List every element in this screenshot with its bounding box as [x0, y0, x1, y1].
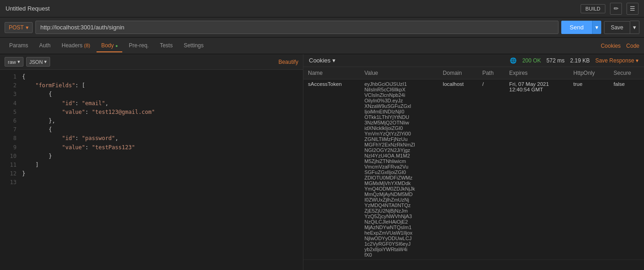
code-line: 12} — [0, 169, 303, 178]
status-area: 🌐 200 OK 572 ms 2.19 KB Save Response ▾ — [510, 57, 638, 64]
raw-format-select[interactable]: raw ▾ — [5, 57, 23, 67]
comment-icon: ☰ — [630, 5, 635, 12]
code-line: 1{ — [0, 73, 303, 81]
tab-headers[interactable]: Headers (8) — [57, 39, 95, 52]
code-line: 9 "value": "testPass123" — [0, 143, 303, 152]
save-button[interactable]: Save — [604, 21, 630, 34]
code-line: 6 }, — [0, 117, 303, 125]
cookies-dropdown-icon: ▾ — [332, 57, 336, 64]
json-label: JSON — [29, 59, 43, 65]
cookie-name-cell: sAccessToken — [303, 79, 360, 260]
send-chevron-icon: ▾ — [595, 24, 598, 31]
status-size: 2.19 KB — [570, 57, 590, 64]
code-line: 3 { — [0, 90, 303, 99]
editor-panel: raw ▾ JSON ▾ Beautify 1{ 2 "formFields":… — [0, 54, 303, 270]
cookies-data-table: Name Value Domain Path Expires HttpOnly … — [303, 67, 644, 260]
col-value-header: Value — [360, 67, 439, 79]
tab-settings[interactable]: Settings — [179, 39, 208, 52]
col-path-header: Path — [478, 67, 505, 79]
col-secure-header: Secure — [609, 67, 644, 79]
save-btn-group: Save ▾ — [604, 21, 639, 34]
cookie-domain-cell: localhost — [438, 79, 478, 260]
headers-badge: (8) — [84, 43, 90, 48]
method-label: POST — [9, 24, 24, 31]
cookie-secure-cell: false — [609, 79, 644, 260]
method-select[interactable]: POST ▾ — [5, 22, 33, 33]
save-chevron-icon: ▾ — [633, 24, 636, 31]
raw-chevron-icon: ▾ — [17, 59, 20, 65]
method-chevron-icon: ▾ — [26, 24, 28, 31]
title-bar: Untitled Request BUILD ✏ ☰ — [0, 0, 644, 17]
save-response-chevron-icon: ▾ — [636, 57, 638, 64]
tab-prereq[interactable]: Pre-req. — [124, 39, 153, 52]
tab-right-links: Cookies Code — [601, 43, 639, 49]
status-code: 200 OK — [522, 57, 541, 64]
code-link[interactable]: Code — [626, 43, 639, 49]
cookie-expires-cell: Fri, 07 May 202112:40:54 GMT — [505, 79, 569, 260]
cookie-value-cell: eyJhbGciOiJSUzI1NiIsInR5cCI6IlkpXVCIsInZ… — [360, 79, 439, 260]
edit-icon: ✏ — [614, 5, 619, 12]
send-button[interactable]: Send — [561, 21, 592, 34]
globe-icon: 🌐 — [510, 57, 517, 64]
build-button[interactable]: BUILD — [581, 4, 605, 13]
code-line: 4 "id": "email", — [0, 99, 303, 108]
json-format-select[interactable]: JSON ▾ — [26, 57, 50, 67]
col-name-header: Name — [303, 67, 360, 79]
cookies-table: Name Value Domain Path Expires HttpOnly … — [303, 67, 644, 270]
save-dropdown-button[interactable]: ▾ — [630, 21, 639, 34]
cookies-panel: Cookies ▾ 🌐 200 OK 572 ms 2.19 KB Save R… — [303, 54, 644, 270]
send-btn-group: Send ▾ — [561, 21, 601, 34]
request-title: Untitled Request — [6, 5, 50, 12]
title-bar-right: BUILD ✏ ☰ — [581, 3, 638, 15]
code-line: 7 { — [0, 125, 303, 134]
col-httponly-header: HttpOnly — [569, 67, 609, 79]
status-time: 572 ms — [547, 57, 564, 64]
cookies-title: Cookies ▾ — [309, 57, 336, 64]
json-chevron-icon: ▾ — [44, 59, 47, 65]
url-input[interactable] — [35, 21, 559, 34]
tab-params[interactable]: Params — [5, 39, 33, 52]
save-response-button[interactable]: Save Response ▾ — [595, 57, 638, 64]
code-editor[interactable]: 1{ 2 "formFields": [ 3 { 4 "id": "email"… — [0, 70, 303, 270]
cookies-panel-header: Cookies ▾ 🌐 200 OK 572 ms 2.19 KB Save R… — [303, 54, 644, 67]
code-line: 2 "formFields": [ — [0, 81, 303, 90]
url-bar: POST ▾ Send ▾ Save ▾ — [0, 17, 644, 38]
cookie-httponly-cell: true — [569, 79, 609, 260]
tab-tests[interactable]: Tests — [155, 39, 177, 52]
main-content: raw ▾ JSON ▾ Beautify 1{ 2 "formFields":… — [0, 54, 644, 270]
beautify-button[interactable]: Beautify — [279, 59, 298, 65]
code-line: 8 "id": "password", — [0, 134, 303, 143]
raw-label: raw — [8, 59, 16, 65]
col-domain-header: Domain — [438, 67, 478, 79]
edit-button[interactable]: ✏ — [610, 3, 622, 15]
tab-bar: Params Auth Headers (8) Body ● Pre-req. … — [0, 38, 644, 54]
send-dropdown-button[interactable]: ▾ — [592, 21, 601, 34]
cookie-path-cell: / — [478, 79, 505, 260]
col-expires-header: Expires — [505, 67, 569, 79]
tab-body[interactable]: Body ● — [97, 39, 122, 52]
editor-toolbar: raw ▾ JSON ▾ Beautify — [0, 54, 303, 70]
code-line: 13 — [0, 178, 303, 187]
code-line: 5 "value": "test123@gmail.com" — [0, 108, 303, 117]
title-bar-left: Untitled Request — [6, 5, 50, 12]
code-line: 10 } — [0, 152, 303, 161]
cookies-title-text: Cookies — [309, 57, 331, 64]
comment-button[interactable]: ☰ — [627, 3, 638, 15]
table-row: sAccessToken eyJhbGciOiJSUzI1NiIsInR5cCI… — [303, 79, 644, 260]
tab-auth[interactable]: Auth — [34, 39, 55, 52]
code-line: 11 ] — [0, 161, 303, 169]
cookies-link[interactable]: Cookies — [601, 43, 621, 49]
